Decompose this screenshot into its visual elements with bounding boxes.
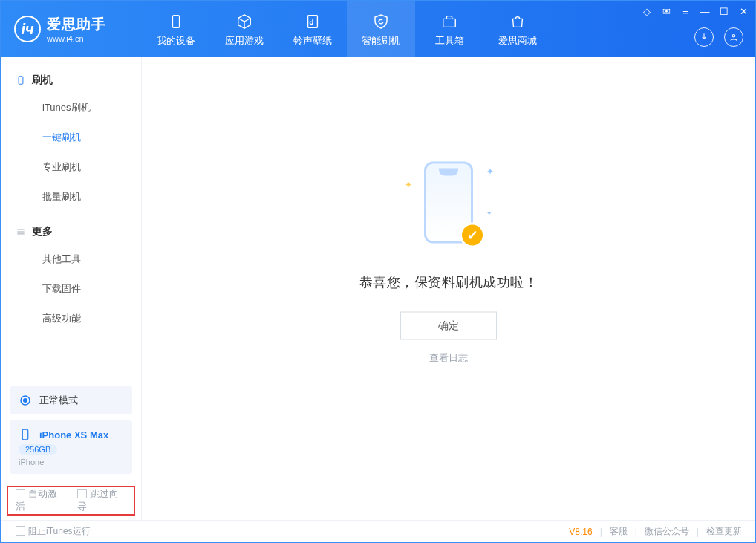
device-type: iPhone bbox=[19, 458, 123, 466]
music-file-icon bbox=[302, 11, 323, 32]
sidebar-item-advanced[interactable]: 高级功能 bbox=[1, 304, 141, 334]
device-capacity: 256GB bbox=[19, 444, 57, 455]
list-icon bbox=[16, 227, 26, 237]
footer-link-support[interactable]: 客服 bbox=[610, 525, 628, 538]
sidebar-item-pro-flash[interactable]: 专业刷机 bbox=[1, 152, 141, 182]
check-badge-icon: ✓ bbox=[460, 223, 485, 248]
sidebar-item-one-click-flash[interactable]: 一键刷机 bbox=[1, 123, 141, 152]
logo-icon: iч bbox=[14, 16, 41, 42]
app-header: iч 爱思助手 www.i4.cn 我的设备 应用游戏 铃声壁纸 智能刷机 工具… bbox=[1, 1, 755, 57]
sidebar-group-flash[interactable]: 刷机 bbox=[1, 68, 141, 93]
sidebar-item-batch-flash[interactable]: 批量刷机 bbox=[1, 182, 141, 212]
footer-link-update[interactable]: 检查更新 bbox=[706, 525, 742, 538]
footer-link-wechat[interactable]: 微信公众号 bbox=[645, 525, 689, 538]
app-url: www.i4.cn bbox=[47, 34, 106, 43]
top-nav: 我的设备 应用游戏 铃声壁纸 智能刷机 工具箱 爱思商城 bbox=[142, 1, 552, 57]
svg-rect-7 bbox=[22, 429, 28, 440]
svg-rect-4 bbox=[19, 77, 23, 85]
device-icon bbox=[19, 428, 32, 441]
svg-rect-0 bbox=[172, 15, 179, 27]
status-bar: 阻止iTunes运行 V8.16 | 客服 | 微信公众号 | 检查更新 bbox=[1, 520, 755, 542]
download-button[interactable] bbox=[694, 27, 714, 47]
app-name: 爱思助手 bbox=[47, 15, 106, 34]
sidebar-group-more[interactable]: 更多 bbox=[1, 219, 141, 244]
sidebar: 刷机 iTunes刷机 一键刷机 专业刷机 批量刷机 更多 其他工具 下载固件 … bbox=[1, 57, 142, 520]
success-illustration: ✦✦✦ ✓ bbox=[400, 157, 497, 254]
device-name: iPhone XS Max bbox=[39, 429, 108, 440]
toolbox-icon bbox=[439, 11, 460, 32]
menu-icon[interactable]: ≡ bbox=[678, 4, 693, 19]
maximize-button[interactable]: ☐ bbox=[717, 4, 731, 19]
cube-icon bbox=[234, 11, 255, 32]
nav-my-device[interactable]: 我的设备 bbox=[142, 1, 210, 57]
bag-icon bbox=[507, 11, 528, 32]
skip-guide-checkbox[interactable]: 跳过向导 bbox=[77, 488, 127, 513]
app-logo: iч 爱思助手 www.i4.cn bbox=[1, 1, 142, 57]
nav-store[interactable]: 爱思商城 bbox=[483, 1, 552, 57]
flash-options-row: 自动激活 跳过向导 bbox=[7, 486, 135, 516]
auto-activate-checkbox[interactable]: 自动激活 bbox=[16, 488, 65, 513]
close-button[interactable]: ✕ bbox=[736, 4, 751, 19]
sidebar-item-download-firmware[interactable]: 下载固件 bbox=[1, 274, 141, 304]
result-message: 恭喜您，保资料刷机成功啦！ bbox=[359, 273, 538, 291]
nav-smart-flash[interactable]: 智能刷机 bbox=[347, 1, 415, 57]
main-panel: ✦✦✦ ✓ 恭喜您，保资料刷机成功啦！ 确定 查看日志 bbox=[142, 57, 755, 520]
sidebar-item-other-tools[interactable]: 其他工具 bbox=[1, 244, 141, 274]
nav-ringtone-wallpaper[interactable]: 铃声壁纸 bbox=[278, 1, 347, 57]
block-itunes-checkbox[interactable]: 阻止iTunes运行 bbox=[16, 525, 91, 538]
nav-apps-games[interactable]: 应用游戏 bbox=[210, 1, 278, 57]
device-mode-label: 正常模式 bbox=[39, 394, 78, 407]
device-mode-card[interactable]: 正常模式 bbox=[10, 386, 132, 414]
svg-point-3 bbox=[732, 35, 735, 38]
refresh-shield-icon bbox=[371, 11, 391, 32]
device-info-card[interactable]: iPhone XS Max 256GB iPhone bbox=[10, 420, 132, 474]
version-label: V8.16 bbox=[569, 527, 592, 537]
svg-rect-2 bbox=[443, 19, 456, 27]
nav-toolbox[interactable]: 工具箱 bbox=[415, 1, 483, 57]
window-controls: ◇ ✉ ≡ — ☐ ✕ bbox=[639, 4, 751, 19]
feedback-icon[interactable]: ✉ bbox=[659, 4, 674, 19]
user-button[interactable] bbox=[724, 27, 743, 47]
ok-button[interactable]: 确定 bbox=[400, 312, 497, 340]
view-log-link[interactable]: 查看日志 bbox=[429, 352, 468, 365]
minimize-button[interactable]: — bbox=[697, 4, 712, 19]
mode-icon bbox=[19, 394, 32, 407]
svg-point-6 bbox=[24, 399, 27, 403]
skin-icon[interactable]: ◇ bbox=[639, 4, 654, 19]
phone-icon bbox=[166, 11, 186, 32]
sidebar-item-itunes-flash[interactable]: iTunes刷机 bbox=[1, 93, 141, 123]
phone-outline-icon bbox=[16, 75, 26, 85]
